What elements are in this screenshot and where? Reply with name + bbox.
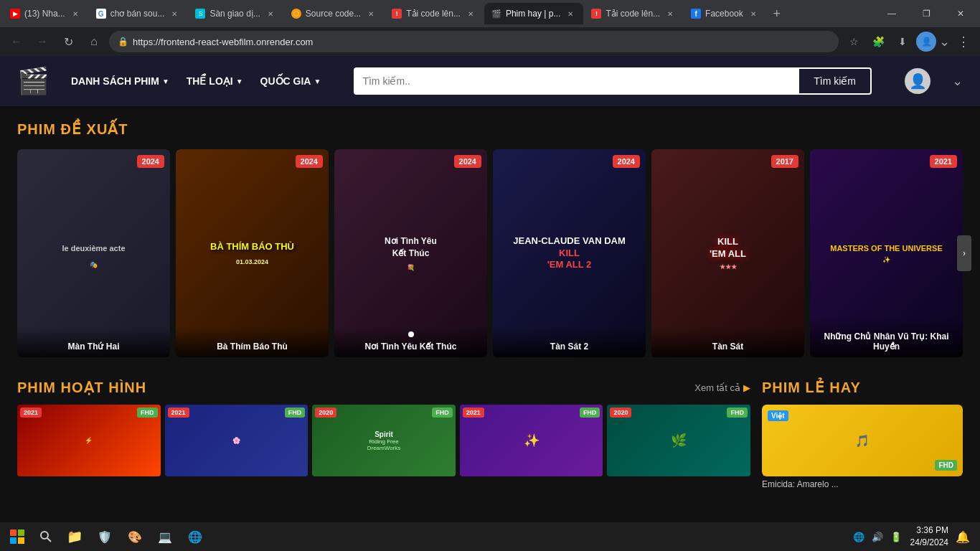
tab-2-close[interactable]: ✕	[169, 8, 180, 19]
featured-movie-2-year: 2024	[296, 155, 323, 168]
url-text: https://frontend-react-webfilm.onrender.…	[133, 37, 830, 47]
nav-menu: DANH SÁCH PHIM ▼ THỂ LOẠI ▼ QUỐC GIA ▼	[71, 75, 321, 87]
nav-movies-list[interactable]: DANH SÁCH PHIM ▼	[71, 75, 169, 87]
back-button[interactable]: ←	[6, 31, 27, 52]
profile-icon[interactable]: 👤	[916, 32, 936, 52]
le-section-title: PHIM LẺ HAY	[762, 379, 861, 396]
anim-movie-2[interactable]: 🌸 2021 FHD	[165, 405, 308, 476]
genre-arrow: ▼	[236, 77, 243, 85]
start-button[interactable]	[3, 524, 32, 550]
tab-bar: ▶ (13) Nha... ✕ G chơ bán sou... ✕ S Sàn…	[0, 0, 980, 27]
tab-1[interactable]: ▶ (13) Nha... ✕	[3, 3, 88, 24]
search-bar: Tìm kiếm	[354, 67, 872, 95]
taskbar-search-button[interactable]	[33, 524, 59, 550]
search-button[interactable]: Tìm kiếm	[798, 67, 872, 95]
tab-3[interactable]: S Sàn giao dị... ✕	[188, 3, 283, 24]
scroll-right-button[interactable]: ›	[957, 235, 971, 271]
featured-movie-1[interactable]: le deuxième acte 🎭 2024 Màn Thứ Hai	[17, 149, 170, 357]
anim-movie-4[interactable]: ✨ 2021 FHD	[460, 405, 603, 476]
tab-5-close[interactable]: ✕	[465, 8, 476, 19]
tab-6[interactable]: 🎬 Phim hay | p... ✕	[484, 3, 583, 24]
tab-3-close[interactable]: ✕	[265, 8, 276, 19]
anim-movie-1[interactable]: ⚡ 2021 FHD	[17, 405, 161, 476]
tab-1-label: (13) Nha...	[24, 9, 65, 19]
le-featured-language-badge: Việt	[768, 410, 788, 421]
movies-list-arrow: ▼	[162, 77, 169, 85]
featured-movie-6[interactable]: MASTERS OF THE UNIVERSE ✨ 2021 Những Chủ…	[810, 149, 963, 357]
tab-8[interactable]: f Facebook ✕	[684, 3, 766, 24]
nav-country[interactable]: QUỐC GIA ▼	[260, 75, 321, 87]
download-icon[interactable]: ⬇	[892, 31, 913, 52]
svg-line-5	[47, 538, 51, 542]
menu-icon[interactable]: ⋮	[953, 31, 974, 52]
tab-4[interactable]: ⬡ Source code... ✕	[284, 3, 384, 24]
taskbar-clock[interactable]: 3:36 PM 24/9/2024	[908, 524, 951, 549]
tab-2[interactable]: G chơ bán sou... ✕	[89, 3, 188, 24]
anim-movie-4-quality: FHD	[580, 408, 600, 418]
featured-movie-4[interactable]: JEAN-CLAUDE VAN DAMKILL'EM ALL 2 2024 Tà…	[493, 149, 646, 357]
see-all-animation[interactable]: Xem tất cả ▶	[694, 382, 750, 393]
tab-7-close[interactable]: ✕	[664, 8, 676, 19]
anim-movie-3[interactable]: Spirit Riding Free DreamWorks 2020 FHD	[312, 405, 456, 476]
see-all-animation-label: Xem tất cả	[694, 382, 740, 393]
svg-rect-3	[18, 537, 24, 544]
tab-4-close[interactable]: ✕	[365, 8, 377, 19]
taskbar-chrome[interactable]: 🌐	[181, 524, 209, 550]
tray-battery-icon[interactable]: 🔋	[887, 528, 905, 545]
tab-8-close[interactable]: ✕	[748, 8, 759, 19]
forward-button[interactable]: →	[32, 31, 53, 52]
anim-movie-4-year: 2021	[463, 408, 484, 418]
tab-1-close[interactable]: ✕	[70, 8, 81, 19]
animation-section-title: PHIM HOẠT HÌNH	[17, 379, 146, 396]
anim-movie-3-year: 2020	[315, 408, 336, 418]
tab-1-favicon: ▶	[10, 9, 20, 19]
le-section: PHIM LẺ HAY 🎵 Việt FHD Emicida: Amarelo …	[762, 379, 963, 492]
tab-5-favicon: !	[392, 9, 402, 19]
extension-icon[interactable]: 🧩	[867, 31, 889, 52]
animation-section-header: PHIM HOẠT HÌNH Xem tất cả ▶	[17, 379, 750, 396]
taskbar-paint[interactable]: 🎨	[121, 524, 149, 550]
main-content: PHIM ĐỀ XUẤT le deuxième acte 🎭 2024 Màn…	[0, 106, 980, 544]
tray-volume-icon[interactable]: 🔊	[869, 528, 886, 545]
le-featured-title: Emicida: Amarelo ...	[762, 476, 963, 492]
user-dropdown-arrow[interactable]: ⌄	[952, 73, 963, 89]
featured-movie-4-title: Tàn Sát 2	[493, 327, 646, 357]
featured-movie-5[interactable]: KILL'EM ALL ★★★ 2017 Tàn Sát	[651, 149, 804, 357]
user-avatar[interactable]: 👤	[905, 68, 930, 94]
close-button[interactable]: ✕	[944, 0, 977, 27]
tray-network-icon[interactable]: 🌐	[850, 528, 867, 545]
anim-movie-5[interactable]: 🌿 2020 FHD	[607, 405, 750, 476]
tab-7[interactable]: ! Tải code lên... ✕	[584, 3, 683, 24]
system-tray: 🌐 🔊 🔋 3:36 PM 24/9/2024 🔔	[844, 524, 977, 549]
le-featured-card[interactable]: 🎵 Việt FHD	[762, 405, 963, 476]
anim-movie-5-quality: FHD	[727, 408, 748, 418]
tab-5[interactable]: ! Tải code lên... ✕	[385, 3, 484, 24]
featured-movie-4-year: 2024	[613, 155, 640, 168]
featured-movie-2[interactable]: BÀ THÍM BÁO THÙ 01.03.2024 2024 Bà Thím …	[176, 149, 329, 357]
featured-section-title: PHIM ĐỀ XUẤT	[17, 121, 963, 138]
tab-7-label: Tải code lên...	[606, 9, 660, 19]
search-input[interactable]	[354, 67, 798, 95]
refresh-button[interactable]: ↻	[57, 31, 79, 52]
tab-8-favicon: f	[691, 9, 701, 19]
new-tab-button[interactable]: +	[767, 4, 787, 24]
nav-genre[interactable]: THỂ LOẠI ▼	[187, 75, 243, 87]
featured-movie-3[interactable]: Nơi Tình YêuKết Thúc 💐 2024 Nơi Tình Yêu…	[334, 149, 487, 357]
profile-dropdown-arrow[interactable]: ⌄	[939, 34, 950, 50]
notification-button[interactable]: 🔔	[954, 528, 971, 545]
tab-6-close[interactable]: ✕	[565, 8, 576, 19]
bookmark-icon[interactable]: ☆	[843, 31, 864, 52]
site-logo[interactable]: 🎬	[17, 66, 50, 96]
url-bar[interactable]: 🔒 https://frontend-react-webfilm.onrende…	[109, 31, 839, 52]
bottom-sections: PHIM HOẠT HÌNH Xem tất cả ▶ ⚡ 2021 FHD	[17, 379, 963, 492]
taskbar-search-icon	[39, 530, 52, 543]
anim-movie-1-quality: FHD	[137, 408, 158, 418]
taskbar-defender[interactable]: 🛡️	[90, 524, 119, 550]
maximize-button[interactable]: ❐	[910, 0, 943, 27]
animation-movies-row: ⚡ 2021 FHD 🌸 2021 FHD Spirit	[17, 405, 750, 476]
minimize-button[interactable]: —	[875, 0, 908, 27]
taskbar-file-explorer[interactable]: 📁	[60, 524, 89, 550]
taskbar-vscode[interactable]: 💻	[151, 524, 179, 550]
tab-6-label: Phim hay | p...	[506, 9, 560, 19]
home-button[interactable]: ⌂	[83, 31, 105, 52]
